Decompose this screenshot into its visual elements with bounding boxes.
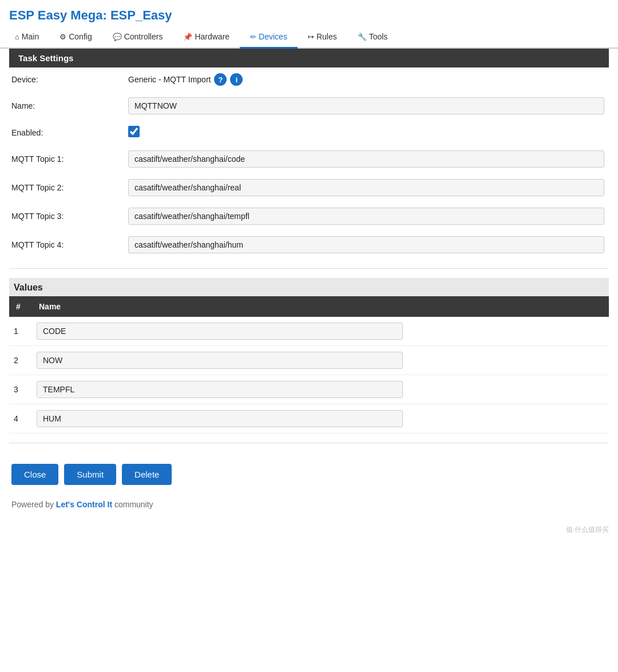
footer: Powered by Let's Control It community (9, 491, 609, 514)
delete-button[interactable]: Delete (122, 464, 172, 485)
mqtt-topic2-row: MQTT Topic 2: (9, 173, 609, 202)
values-section-bg: Values (9, 278, 609, 296)
tools-icon: 🔧 (358, 33, 367, 41)
nav-label-hardware: Hardware (195, 32, 229, 41)
main-content: Task Settings Device: Generic - MQTT Imp… (0, 49, 618, 514)
value-input-3[interactable] (37, 381, 403, 398)
mqtt-topic3-row: MQTT Topic 3: (9, 202, 609, 230)
row-number: 3 (9, 375, 32, 404)
table-row: 4 (9, 404, 609, 434)
mqtt-topic1-label: MQTT Topic 1: (9, 145, 124, 173)
config-icon: ⚙ (60, 33, 66, 41)
rules-icon: ↦ (308, 33, 314, 41)
footer-suffix: community (112, 500, 153, 509)
section-divider-1 (9, 268, 609, 269)
help-icon[interactable]: ? (214, 73, 227, 86)
nav-item-main[interactable]: ⌂ Main (5, 27, 49, 49)
main-icon: ⌂ (15, 33, 19, 41)
enabled-row: Enabled: (9, 120, 609, 145)
value-input-4[interactable] (37, 410, 403, 427)
nav-item-tools[interactable]: 🔧 Tools (347, 27, 398, 49)
mqtt-topic2-label: MQTT Topic 2: (9, 173, 124, 202)
app-header: ESP Easy Mega: ESP_Easy (0, 0, 618, 27)
name-row: Name: (9, 92, 609, 120)
col-number-header: # (9, 296, 32, 317)
device-row: Device: Generic - MQTT Import ? i (9, 67, 609, 92)
footer-text: Powered by (11, 500, 56, 509)
table-row: 3 (9, 375, 609, 404)
value-input-1[interactable] (37, 323, 403, 340)
name-input[interactable] (128, 97, 604, 114)
mqtt-topic1-input[interactable] (128, 150, 604, 168)
col-name-header: Name (32, 296, 609, 317)
nav-item-rules[interactable]: ↦ Rules (298, 27, 347, 49)
values-table-header-row: # Name (9, 296, 609, 317)
submit-button[interactable]: Submit (64, 464, 116, 485)
hardware-icon: 📌 (183, 33, 192, 41)
nav-item-hardware[interactable]: 📌 Hardware (173, 27, 240, 49)
nav-label-main: Main (22, 32, 39, 41)
nav-item-config[interactable]: ⚙ Config (49, 27, 102, 49)
device-label: Device: (9, 67, 124, 92)
device-value-container: Generic - MQTT Import ? i (128, 73, 604, 86)
nav-label-controllers: Controllers (124, 32, 163, 41)
name-label: Name: (9, 92, 124, 120)
row-number: 4 (9, 404, 32, 434)
device-value-text: Generic - MQTT Import (128, 75, 211, 84)
values-table: # Name 1 2 3 4 (9, 296, 609, 434)
enabled-label: Enabled: (9, 120, 124, 145)
close-button[interactable]: Close (11, 464, 58, 485)
section-divider-2 (9, 443, 609, 443)
mqtt-topic3-input[interactable] (128, 208, 604, 225)
mqtt-topic3-label: MQTT Topic 3: (9, 202, 124, 230)
nav-label-tools: Tools (369, 32, 388, 41)
values-title: Values (11, 283, 43, 292)
mqtt-topic4-row: MQTT Topic 4: (9, 230, 609, 259)
button-row: Close Submit Delete (9, 452, 609, 491)
nav-bar: ⌂ Main ⚙ Config 💬 Controllers 📌 Hardware… (0, 27, 618, 49)
table-row: 2 (9, 346, 609, 375)
row-number: 1 (9, 317, 32, 346)
enabled-checkbox[interactable] (128, 126, 140, 137)
task-settings-form: Device: Generic - MQTT Import ? i Name: (9, 67, 609, 259)
app-title: ESP Easy Mega: ESP_Easy (9, 8, 172, 22)
row-number: 2 (9, 346, 32, 375)
table-row: 1 (9, 317, 609, 346)
mqtt-topic4-input[interactable] (128, 236, 604, 253)
controllers-icon: 💬 (113, 33, 122, 41)
info-icon[interactable]: i (230, 73, 243, 86)
task-settings-header: Task Settings (9, 49, 609, 67)
watermark: 值·什么值得买 (0, 525, 618, 535)
nav-item-devices[interactable]: ✏ Devices (240, 27, 298, 49)
nav-item-controllers[interactable]: 💬 Controllers (102, 27, 173, 49)
devices-icon: ✏ (250, 33, 256, 41)
nav-label-devices: Devices (259, 32, 287, 41)
value-input-2[interactable] (37, 352, 403, 369)
mqtt-topic1-row: MQTT Topic 1: (9, 145, 609, 173)
nav-label-config: Config (69, 32, 92, 41)
nav-label-rules: Rules (316, 32, 337, 41)
mqtt-topic2-input[interactable] (128, 179, 604, 196)
mqtt-topic4-label: MQTT Topic 4: (9, 230, 124, 259)
footer-link[interactable]: Let's Control It (56, 500, 112, 509)
